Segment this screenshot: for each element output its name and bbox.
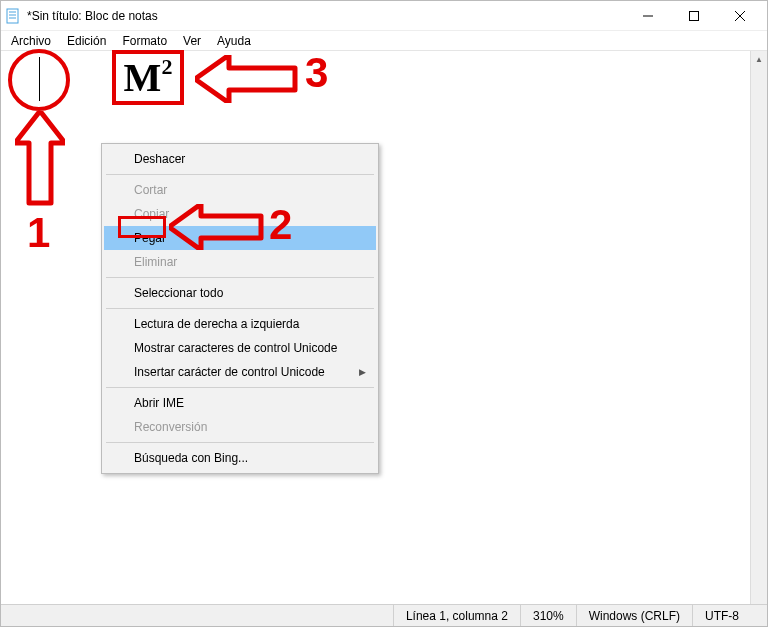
annotation-label-1: 1 [27,209,50,257]
chevron-right-icon: ▶ [359,367,366,377]
ctx-eliminar[interactable]: Eliminar [104,250,376,274]
ctx-separator [106,308,374,309]
context-menu: Deshacer Cortar Copiar Pegar Eliminar Se… [101,143,379,474]
annotation-arrow-3 [195,55,301,106]
menu-ayuda[interactable]: Ayuda [209,32,259,50]
ctx-seleccionar-todo[interactable]: Seleccionar todo [104,281,376,305]
menubar: Archivo Edición Formato Ver Ayuda [1,31,767,51]
annotation-m2-text: M2 [124,58,173,98]
ctx-separator [106,442,374,443]
annotation-label-2: 2 [269,201,292,249]
ctx-deshacer[interactable]: Deshacer [104,147,376,171]
annotation-m2-m: M [124,55,162,100]
annotation-box-m2: M2 [112,50,184,105]
status-line-ending: Windows (CRLF) [577,605,693,626]
ctx-insertar-unicode[interactable]: Insertar carácter de control Unicode ▶ [104,360,376,384]
ctx-bing[interactable]: Búsqueda con Bing... [104,446,376,470]
maximize-button[interactable] [671,1,717,31]
ctx-mostrar-unicode[interactable]: Mostrar caracteres de control Unicode [104,336,376,360]
status-encoding: UTF-8 [693,605,767,626]
ctx-separator [106,277,374,278]
svg-rect-0 [7,9,18,23]
ctx-reconversion[interactable]: Reconversión [104,415,376,439]
ctx-abrir-ime[interactable]: Abrir IME [104,391,376,415]
menu-ver[interactable]: Ver [175,32,209,50]
ctx-separator [106,174,374,175]
ctx-separator [106,387,374,388]
annotation-box-pegar [118,216,166,238]
svg-marker-10 [169,204,261,250]
annotation-label-3: 3 [305,49,328,97]
status-zoom: 310% [521,605,577,626]
menu-formato[interactable]: Formato [114,32,175,50]
annotation-arrow-1 [15,111,65,214]
window-controls [625,1,763,31]
svg-marker-8 [15,111,65,203]
status-spacer [1,605,394,626]
menu-edicion[interactable]: Edición [59,32,114,50]
ctx-rtl[interactable]: Lectura de derecha a izquierda [104,312,376,336]
ctx-cortar[interactable]: Cortar [104,178,376,202]
scroll-up-icon[interactable]: ▲ [751,51,767,68]
annotation-m2-sup: 2 [161,54,172,79]
svg-rect-5 [690,11,699,20]
status-position: Línea 1, columna 2 [394,605,521,626]
vertical-scrollbar[interactable]: ▲ [750,51,767,604]
annotation-arrow-2 [169,204,265,253]
menu-archivo[interactable]: Archivo [3,32,59,50]
statusbar: Línea 1, columna 2 310% Windows (CRLF) U… [1,604,767,626]
titlebar: *Sin título: Bloc de notas [1,1,767,31]
annotation-circle-1 [8,49,70,111]
window-title: *Sin título: Bloc de notas [27,9,625,23]
notepad-icon [5,8,21,24]
svg-marker-9 [195,55,295,103]
ctx-insertar-unicode-label: Insertar carácter de control Unicode [134,365,325,379]
close-button[interactable] [717,1,763,31]
minimize-button[interactable] [625,1,671,31]
